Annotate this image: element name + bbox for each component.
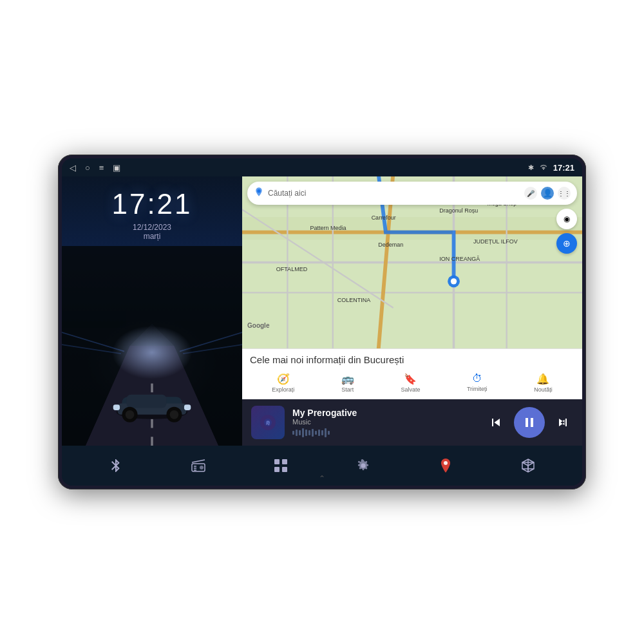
bluetooth-status-icon: ✱ — [528, 164, 534, 172]
prev-button[interactable] — [486, 412, 506, 433]
tab-start[interactable]: 🚌 Start — [337, 370, 358, 395]
cube-bottom-icon[interactable] — [515, 453, 541, 478]
status-bar: ◁ ○ ≡ ▣ ✱ 17:21 — [62, 158, 582, 176]
waveform-bar-4 — [302, 428, 304, 437]
search-icons-group: 🎤 👤 ⋮⋮ — [524, 187, 571, 200]
map-label-pattern: Pattern Media — [310, 225, 346, 231]
apps-bottom-icon[interactable] — [268, 453, 294, 478]
wifi-status-icon — [539, 163, 548, 172]
waveform-bar-7 — [312, 429, 314, 437]
start-icon: 🚌 — [341, 373, 354, 385]
left-panel: 17:21 12/12/2023 marți — [62, 176, 242, 446]
nav-recent-icon[interactable]: ▣ — [113, 163, 120, 173]
nav-menu-icon[interactable]: ≡ — [99, 163, 104, 173]
lock-day: marți — [144, 232, 161, 241]
right-panel: Pattern Media Carrefour Dragonul Roșu De… — [242, 176, 582, 446]
music-controls — [486, 407, 573, 438]
status-bar-right: ✱ 17:21 — [528, 163, 574, 173]
map-label-judet: JUDEȚUL ILFOV — [473, 238, 518, 245]
nav-back-icon[interactable]: ◁ — [70, 163, 76, 173]
start-label: Start — [341, 386, 354, 393]
google-logo: Google — [247, 322, 269, 329]
info-title: Cele mai noi informații din București — [250, 354, 574, 365]
map-label-dedeman: Dedeman — [378, 242, 403, 248]
svg-rect-18 — [242, 217, 582, 240]
map-label-dragonul: Dragonul Roșu — [439, 207, 478, 214]
main-content: 17:21 12/12/2023 marți — [62, 176, 582, 446]
search-placeholder-text: Căutați aici — [268, 189, 520, 198]
svg-text:♫: ♫ — [265, 419, 270, 426]
grid-icon[interactable]: ⋮⋮ — [558, 187, 571, 200]
status-time: 17:21 — [553, 163, 574, 173]
svg-rect-42 — [282, 459, 287, 464]
noutati-label: Noutăți — [534, 386, 553, 393]
waveform-bar-3 — [299, 430, 301, 435]
location-button[interactable]: ⊕ — [556, 233, 577, 254]
radio-bottom-icon[interactable] — [185, 453, 211, 478]
info-tabs: 🧭 Explorați 🚌 Start 🔖 Salvate ⏱ — [250, 370, 574, 395]
google-maps-pin-icon — [254, 187, 264, 200]
svg-point-13 — [126, 410, 135, 419]
settings-bottom-icon[interactable] — [350, 453, 376, 478]
waveform-bar-10 — [321, 430, 323, 435]
map-label-carrefour: Carrefour — [372, 214, 396, 221]
maps-bottom-icon[interactable] — [433, 453, 459, 478]
nav-home-icon[interactable]: ○ — [85, 163, 90, 173]
svg-line-36 — [192, 460, 205, 462]
bluetooth-bottom-icon[interactable] — [103, 453, 129, 478]
layers-button[interactable]: ◉ — [556, 209, 577, 229]
tunnel-background — [62, 246, 242, 446]
waveform-bar-11 — [325, 428, 327, 437]
lock-time: 17:21 — [111, 188, 192, 220]
noutati-icon: 🔔 — [536, 373, 549, 385]
map-section[interactable]: Pattern Media Carrefour Dragonul Roșu De… — [242, 176, 582, 348]
bottom-bar: ⌃ — [62, 446, 582, 486]
account-icon[interactable]: 👤 — [541, 187, 554, 200]
map-label-ion-creanga: ION CREANGĂ — [439, 256, 480, 262]
pause-button[interactable] — [514, 407, 545, 438]
map-controls: ◉ ⊕ — [556, 209, 577, 254]
music-subtitle: Music — [292, 418, 478, 426]
tab-explorati[interactable]: 🧭 Explorați — [268, 370, 298, 395]
waveform-bar-12 — [328, 431, 330, 435]
svg-point-46 — [444, 461, 448, 465]
tab-trimiteti[interactable]: ⏱ Trimiteți — [463, 370, 491, 395]
svg-point-37 — [200, 466, 204, 469]
trimiteti-label: Trimiteți — [467, 386, 488, 392]
music-waveform — [292, 428, 478, 437]
svg-rect-43 — [274, 467, 279, 472]
waveform-bar-8 — [315, 431, 317, 435]
waveform-bar-1 — [292, 431, 294, 435]
waveform-bar-2 — [296, 430, 298, 436]
tunnel-scene — [62, 246, 242, 446]
trimiteti-icon: ⏱ — [472, 373, 482, 384]
album-art: ♫ — [251, 406, 285, 439]
salvate-label: Salvate — [401, 386, 420, 393]
svg-rect-16 — [184, 404, 191, 410]
device-frame: ◁ ○ ≡ ▣ ✱ 17:21 17:21 — [58, 155, 586, 489]
music-title: My Prerogative — [292, 408, 478, 418]
svg-rect-41 — [274, 459, 279, 464]
svg-rect-44 — [282, 467, 287, 472]
svg-rect-15 — [113, 404, 120, 410]
svg-point-14 — [170, 410, 179, 419]
explorati-label: Explorați — [272, 386, 294, 393]
tab-salvate[interactable]: 🔖 Salvate — [397, 370, 424, 395]
status-bar-left: ◁ ○ ≡ ▣ — [70, 163, 120, 173]
explorati-icon: 🧭 — [277, 373, 290, 385]
salvate-icon: 🔖 — [404, 373, 417, 385]
lock-date: 12/12/2023 — [133, 223, 171, 232]
map-search-bar[interactable]: Căutați aici 🎤 👤 ⋮⋮ — [247, 182, 577, 205]
bottom-chevron-icon: ⌃ — [319, 474, 325, 483]
info-section: Cele mai noi informații din București 🧭 … — [242, 348, 582, 399]
waveform-bar-5 — [305, 430, 307, 436]
next-button[interactable] — [553, 412, 573, 433]
mic-icon[interactable]: 🎤 — [524, 187, 537, 200]
music-info: My Prerogative Music — [292, 408, 478, 437]
map-label-oftalmed: OFTALMED — [276, 266, 307, 272]
svg-point-29 — [451, 278, 457, 284]
waveform-bar-9 — [318, 430, 320, 436]
device-screen: ◁ ○ ≡ ▣ ✱ 17:21 17:21 — [62, 158, 582, 486]
tab-noutati[interactable]: 🔔 Noutăți — [530, 370, 556, 395]
svg-rect-10 — [126, 395, 166, 408]
